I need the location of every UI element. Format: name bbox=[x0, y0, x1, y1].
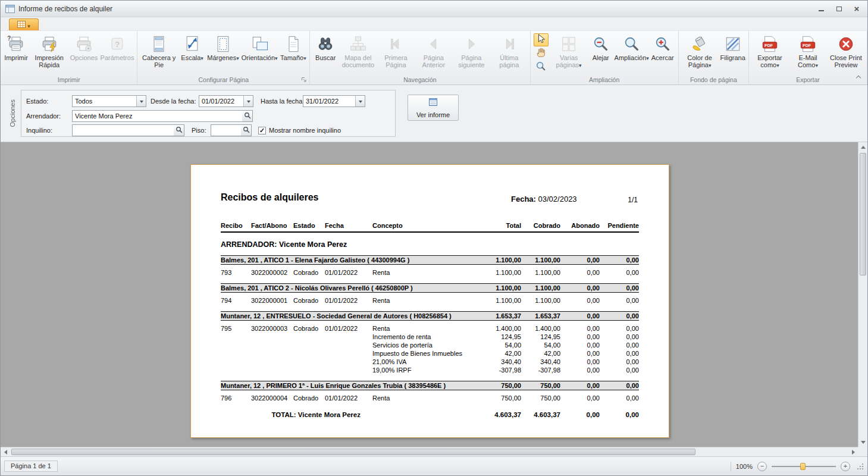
print-options-icon bbox=[75, 34, 93, 54]
dialog-launcher-icon[interactable] bbox=[300, 76, 308, 83]
magnifier-icon bbox=[535, 61, 546, 74]
mapa-documento-button[interactable]: Mapa del documento bbox=[339, 32, 377, 75]
hand-tool-button[interactable] bbox=[534, 47, 549, 60]
acercar-button[interactable]: Acercar bbox=[649, 32, 676, 75]
tamano-button[interactable]: Tamaño bbox=[279, 32, 308, 75]
cabecera-pie-button[interactable]: Cabecera y Pie bbox=[139, 32, 178, 75]
report-title: Recibos de alquileres bbox=[221, 192, 319, 203]
zoom-tool-button[interactable] bbox=[534, 61, 549, 74]
resize-grip[interactable] bbox=[856, 462, 864, 470]
ultima-pagina-button[interactable]: Última página bbox=[490, 32, 528, 75]
report-cell: 796 bbox=[221, 394, 251, 402]
report-icon bbox=[428, 98, 438, 109]
buscar-button[interactable]: Buscar bbox=[312, 32, 339, 75]
report-arrendador-header: ARRENDADOR: Vicente Mora Perez bbox=[221, 240, 639, 249]
inquilino-input[interactable] bbox=[72, 124, 174, 136]
zoom-out-button[interactable] bbox=[757, 462, 767, 471]
pagina-anterior-label: Página Anterior bbox=[422, 54, 446, 68]
desde-fecha-value: 01/01/2022 bbox=[199, 98, 243, 105]
zoom-in-button[interactable] bbox=[841, 462, 850, 471]
scroll-right-button[interactable] bbox=[848, 447, 858, 456]
desde-fecha-picker[interactable]: 01/01/2022 bbox=[199, 95, 253, 107]
horizontal-scrollbar[interactable] bbox=[1, 447, 858, 456]
report-column-header: Fecha bbox=[325, 221, 372, 230]
pointer-tool-button[interactable] bbox=[534, 33, 549, 46]
piso-input[interactable] bbox=[211, 124, 242, 136]
estado-combobox[interactable]: Todos bbox=[72, 95, 146, 107]
ampliacion-button[interactable]: Ampliación bbox=[615, 32, 649, 75]
chevron-down-icon bbox=[200, 54, 203, 61]
svg-text:?: ? bbox=[115, 40, 120, 49]
arrendador-search-button[interactable] bbox=[242, 110, 253, 122]
ribbon-collapse-button[interactable] bbox=[854, 73, 863, 81]
printer-icon: ? bbox=[7, 34, 25, 54]
chevron-down-icon[interactable] bbox=[136, 96, 146, 107]
margenes-button[interactable]: Márgenes bbox=[206, 32, 240, 75]
inquilino-search-button[interactable] bbox=[174, 124, 184, 136]
search-icon bbox=[243, 125, 250, 136]
report-cell bbox=[251, 349, 293, 358]
group-caption-imprimir: Imprimir bbox=[2, 76, 135, 84]
mostrar-nombre-inquilino-checkbox[interactable] bbox=[258, 127, 266, 134]
report-cell bbox=[293, 349, 325, 358]
escala-button[interactable]: Escala bbox=[178, 32, 206, 75]
plus-icon bbox=[844, 463, 847, 469]
report-detail-row: Incremento de renta124,95124,950,000,00 bbox=[221, 333, 639, 341]
chevron-up-icon bbox=[856, 75, 861, 80]
page-size-icon bbox=[284, 34, 302, 54]
report-cell: 340,40 bbox=[521, 358, 560, 366]
report-cell: Cobrado bbox=[293, 324, 325, 333]
piso-search-button[interactable] bbox=[241, 124, 252, 136]
group-caption-exportar: Exportar bbox=[751, 76, 865, 84]
report-grand-total-value: 4.603,37 bbox=[485, 411, 521, 419]
app-menu-button[interactable] bbox=[9, 18, 39, 30]
estado-value: Todos bbox=[73, 98, 136, 105]
varias-paginas-button[interactable]: Varias páginas bbox=[551, 32, 587, 75]
report-column-header: Fact/Abono bbox=[251, 221, 293, 230]
close-print-preview-label: Close Print Preview bbox=[830, 54, 862, 68]
alejar-button[interactable]: Alejar bbox=[587, 32, 615, 75]
report-cell: 3022000002 bbox=[251, 268, 293, 277]
maximize-button[interactable] bbox=[833, 4, 845, 14]
window-title: Informe de recibos de alquiler bbox=[18, 5, 112, 13]
next-page-icon bbox=[462, 34, 480, 54]
scroll-left-button[interactable] bbox=[1, 447, 10, 456]
imprimir-button[interactable]: ? Imprimir bbox=[2, 32, 30, 75]
minimize-button[interactable] bbox=[815, 4, 827, 14]
ver-informe-button[interactable]: Ver informe bbox=[408, 95, 459, 121]
scroll-up-button[interactable] bbox=[858, 142, 867, 152]
report-cell bbox=[251, 333, 293, 341]
zoom-slider-thumb[interactable] bbox=[800, 463, 806, 470]
filigrana-button[interactable]: Filigrana bbox=[719, 32, 747, 75]
vertical-scrollbar[interactable] bbox=[858, 142, 867, 447]
ribbon-group-exportar: PDF Exportar como PDF E-Mail Como bbox=[749, 31, 867, 84]
color-pagina-button[interactable]: Color de Página bbox=[681, 32, 719, 75]
orientacion-button[interactable]: Orientación bbox=[240, 32, 279, 75]
pagina-siguiente-button[interactable]: Página siguiente bbox=[453, 32, 490, 75]
chevron-down-icon[interactable] bbox=[355, 96, 365, 107]
pagina-anterior-button[interactable]: Página Anterior bbox=[415, 32, 452, 75]
pdf-export-icon: PDF bbox=[761, 34, 779, 54]
report-cell: Cobrado bbox=[293, 394, 325, 402]
group-caption-navegacion: Navegación bbox=[312, 76, 528, 84]
impresion-rapida-button[interactable]: Impresión Rápida bbox=[30, 32, 69, 75]
opciones-button[interactable]: Opciones bbox=[69, 32, 99, 75]
chevron-down-icon[interactable] bbox=[243, 96, 253, 107]
vertical-scrollbar-thumb[interactable] bbox=[860, 153, 866, 275]
horizontal-scrollbar-thumb[interactable] bbox=[11, 449, 695, 455]
close-print-preview-button[interactable]: Close Print Preview bbox=[827, 32, 865, 75]
close-button[interactable] bbox=[851, 4, 863, 14]
hasta-fecha-picker[interactable]: 31/01/2022 bbox=[303, 95, 365, 107]
exportar-como-button[interactable]: PDF Exportar como bbox=[751, 32, 789, 75]
search-icon bbox=[176, 125, 183, 136]
primera-pagina-button[interactable]: Primera Página bbox=[377, 32, 415, 75]
cabecera-pie-label: Cabecera y Pie bbox=[142, 54, 176, 68]
email-como-button[interactable]: PDF E-Mail Como bbox=[789, 32, 827, 75]
zoom-slider[interactable] bbox=[772, 462, 836, 471]
arrendador-input[interactable] bbox=[72, 110, 243, 122]
scroll-down-button[interactable] bbox=[858, 437, 867, 447]
parametros-button[interactable]: ? Parámetros bbox=[99, 32, 136, 75]
escala-label: Escala bbox=[181, 54, 200, 61]
parametros-label: Parámetros bbox=[101, 54, 134, 61]
report-cell: 01/01/2022 bbox=[325, 268, 372, 277]
